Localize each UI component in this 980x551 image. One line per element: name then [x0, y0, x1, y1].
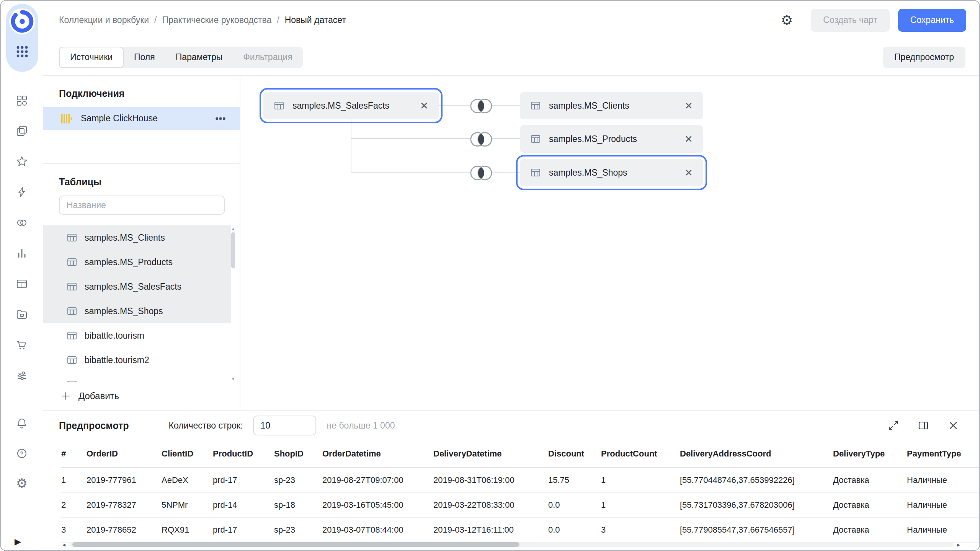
preview-cell: prd-14 [213, 493, 274, 518]
breadcrumb-item[interactable]: Практические руководства [162, 15, 271, 25]
dataset-table-node[interactable]: samples.MS_Shops [520, 159, 703, 186]
dataset-table-node[interactable]: samples.MS_Products [520, 125, 703, 153]
preview-cell: 2019-777961 [87, 468, 162, 493]
preview-table-row: 32019-778652RQX91prd-17sp-232019-03-07T0… [61, 518, 979, 543]
save-button[interactable]: Сохранить [898, 9, 966, 32]
preview-cell: 1 [601, 493, 680, 518]
table-icon [66, 256, 78, 268]
table-icon [273, 100, 285, 111]
table-search-input[interactable] [59, 196, 225, 215]
table-list-item[interactable]: samples.MS_Clients [43, 225, 231, 250]
preview-cell: 2019-03-22T08:33:00 [433, 493, 548, 518]
row-count-hint: не больше 1 000 [327, 421, 395, 431]
preview-panel: Предпросмотр Количество строк: не больше… [43, 410, 979, 550]
table-name: samples.MS_Products [85, 257, 173, 267]
scrollbar-track[interactable] [69, 542, 953, 547]
table-list-item[interactable]: bibattle.tourism [43, 323, 231, 348]
preview-cell: 2019-778327 [87, 493, 162, 518]
table-list-item[interactable]: samples.MS_SalesFacts [43, 274, 231, 299]
table-list-item[interactable] [43, 372, 231, 382]
breadcrumb-separator: / [154, 15, 157, 25]
dataset-table-node[interactable]: samples.MS_Clients [520, 92, 703, 119]
preview-cell: Наличные [907, 518, 979, 543]
remove-table-icon[interactable] [420, 101, 429, 110]
close-preview-icon[interactable] [946, 418, 961, 433]
lightning-icon[interactable] [13, 183, 31, 201]
tables-title: Таблицы [59, 176, 240, 188]
scroll-right-icon[interactable]: ▸ [955, 541, 962, 548]
expand-icon[interactable] [886, 418, 901, 433]
horizontal-scrollbar[interactable]: ◂ ▸ [60, 541, 962, 548]
remove-table-icon[interactable] [684, 101, 693, 110]
split-view-icon[interactable] [916, 418, 931, 433]
tab-item[interactable]: Параметры [165, 47, 233, 68]
star-icon[interactable] [13, 152, 31, 171]
breadcrumb-item[interactable]: Коллекции и воркбуки [59, 15, 149, 25]
preview-cell: 2019-778652 [87, 518, 162, 543]
table-nav-icon[interactable] [13, 275, 31, 293]
svg-text:?: ? [20, 450, 24, 456]
connection-item[interactable]: Sample ClickHouse [43, 107, 240, 130]
bar-chart-icon[interactable] [13, 244, 31, 262]
preview-column-header: ShopID [274, 440, 322, 468]
table-icon [530, 167, 541, 178]
preview-title: Предпросмотр [59, 420, 129, 431]
inner-join-venn-icon[interactable] [467, 96, 496, 116]
settings-gear-icon[interactable]: ⚙ [13, 474, 31, 492]
bell-icon[interactable] [13, 414, 31, 432]
tab-item[interactable]: Поля [124, 47, 165, 68]
stacked-squares-icon[interactable] [13, 122, 31, 140]
preview-column-header: DeliveryAddressCoord [680, 440, 833, 468]
preview-column-header: ProductCount [601, 440, 680, 468]
breadcrumb-item: Новый датасет [285, 15, 346, 25]
scrollbar-thumb[interactable] [231, 232, 235, 268]
sliders-icon[interactable] [13, 367, 31, 385]
connection-more-icon[interactable] [213, 111, 228, 126]
tab-item[interactable]: Фильтрация [233, 47, 303, 68]
table-icon [530, 133, 541, 145]
table-list-item[interactable]: bibattle.tourism2 [43, 348, 231, 372]
preview-cell: Наличные [907, 468, 979, 493]
topbar-actions: ⚙ Создать чарт Сохранить [777, 9, 966, 32]
table-list-item[interactable]: samples.MS_Products [43, 250, 231, 274]
grid-squares-icon[interactable] [13, 91, 31, 110]
datalens-logo-icon [8, 8, 36, 35]
app-switcher-icon[interactable] [16, 45, 29, 58]
scroll-up-icon[interactable]: ▲ [230, 226, 237, 231]
tables-scrollbar[interactable]: ▲ ▼ [230, 225, 237, 382]
create-chart-button[interactable]: Создать чарт [811, 9, 889, 32]
join-canvas: samples.MS_SalesFactssamples.MS_Clientss… [240, 76, 979, 411]
preview-toggle-button[interactable]: Предпросмотр [883, 47, 965, 68]
folder-box-icon[interactable] [13, 305, 31, 324]
scrollbar-thumb[interactable] [72, 542, 519, 547]
remove-table-icon[interactable] [684, 134, 693, 143]
dataset-table-node[interactable]: samples.MS_SalesFacts [263, 92, 439, 119]
main-area: Коллекции и воркбуки/Практические руково… [43, 1, 979, 550]
table-name: bibattle.tourism [85, 331, 144, 341]
inner-join-venn-icon[interactable] [467, 163, 496, 183]
table-name: samples.MS_SalesFacts [85, 282, 181, 292]
remove-table-icon[interactable] [684, 168, 693, 177]
scroll-left-icon[interactable]: ◂ [60, 541, 68, 548]
inner-join-venn-icon[interactable] [467, 129, 496, 149]
dataset-settings-gear-icon[interactable]: ⚙ [777, 11, 796, 30]
help-icon[interactable]: ? [13, 444, 31, 463]
preview-cell: 2019-03-12T16:11:00 [433, 518, 548, 543]
add-table-label: Добавить [78, 391, 119, 401]
add-table-button[interactable]: Добавить [61, 391, 119, 401]
app-window: ? ⚙ ▶ Коллекции и воркбуки/Практические … [0, 0, 980, 551]
table-node-label: samples.MS_Products [549, 134, 637, 144]
preview-cell: 2 [61, 493, 87, 518]
preview-cell: 1 [61, 468, 87, 493]
linked-circles-icon[interactable] [13, 214, 31, 232]
preview-cell: AeDeX [162, 468, 213, 493]
tab-item[interactable]: Источники [59, 47, 124, 68]
scroll-down-icon[interactable]: ▼ [230, 376, 237, 381]
table-list-item[interactable]: samples.MS_Shops [43, 299, 231, 323]
preview-cell: 2019-08-27T09:07:00 [322, 468, 433, 493]
row-count-input[interactable] [253, 416, 316, 435]
cart-icon[interactable] [13, 336, 31, 354]
sidebar-expand-icon[interactable]: ▶ [15, 535, 30, 549]
sidebar: ? ⚙ ▶ [1, 1, 43, 550]
preview-cell: sp-23 [274, 518, 322, 543]
